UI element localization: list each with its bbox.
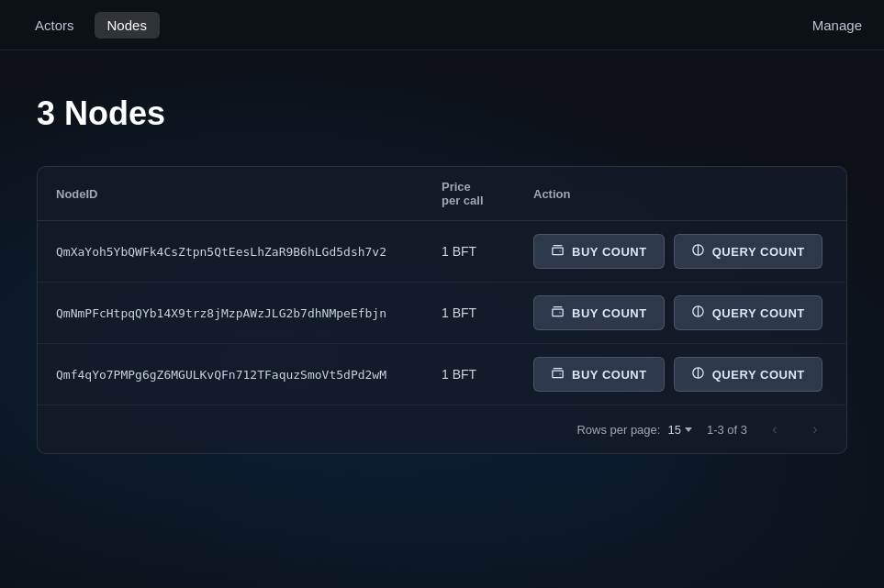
query-count-label: QUERY COUNT xyxy=(712,245,805,259)
cell-action: BUY COUNT QUERY COUNT xyxy=(515,283,846,344)
rows-per-page-value: 15 xyxy=(667,423,680,437)
rows-per-page-select[interactable]: 15 xyxy=(667,423,691,437)
globe-icon xyxy=(691,305,705,321)
table-row: Qmf4qYo7PMPg6gZ6MGULKvQFn712TFaquzSmoVt5… xyxy=(38,344,846,405)
col-price: Price per call xyxy=(423,167,515,221)
col-nodeid: NodeID xyxy=(38,167,423,221)
rows-per-page-control: Rows per page: 15 xyxy=(576,423,692,437)
globe-icon xyxy=(691,366,705,383)
buy-count-button[interactable]: BUY COUNT xyxy=(533,357,665,392)
nav-manage[interactable]: Manage xyxy=(812,17,862,33)
cell-price: 1 BFT xyxy=(423,344,515,405)
nav-actors[interactable]: Actors xyxy=(22,12,87,39)
table-header-row: NodeID Price per call Action xyxy=(38,167,846,221)
wallet-icon xyxy=(551,366,565,383)
cell-nodeid: Qmf4qYo7PMPg6gZ6MGULKvQFn712TFaquzSmoVt5… xyxy=(38,344,423,405)
cell-nodeid: QmXaYoh5YbQWFk4CsZtpn5QtEesLhZaR9B6hLGd5… xyxy=(38,221,423,283)
query-count-button[interactable]: QUERY COUNT xyxy=(674,234,822,269)
wallet-icon xyxy=(551,243,565,260)
table-row: QmXaYoh5YbQWFk4CsZtpn5QtEesLhZaR9B6hLGd5… xyxy=(38,221,846,283)
query-count-label: QUERY COUNT xyxy=(712,306,805,320)
cell-price: 1 BFT xyxy=(423,221,515,283)
main-content: 3 Nodes NodeID Price per call Action QmX… xyxy=(0,50,884,588)
buy-count-button[interactable]: BUY COUNT xyxy=(533,234,665,269)
query-count-button[interactable]: QUERY COUNT xyxy=(674,295,822,330)
nav-nodes[interactable]: Nodes xyxy=(95,12,160,39)
query-count-label: QUERY COUNT xyxy=(712,368,805,382)
buy-count-label: BUY COUNT xyxy=(572,245,647,259)
buy-count-button[interactable]: BUY COUNT xyxy=(533,295,665,330)
cell-nodeid: QmNmPFcHtpqQYb14X9trz8jMzpAWzJLG2b7dhNMp… xyxy=(38,283,423,344)
nav-left: Actors Nodes xyxy=(22,12,812,39)
buy-count-label: BUY COUNT xyxy=(572,306,647,320)
table-footer: Rows per page: 15 1-3 of 3 ‹ › xyxy=(38,405,846,453)
globe-icon xyxy=(691,243,705,260)
cell-price: 1 BFT xyxy=(423,283,515,344)
pagination-next-button[interactable]: › xyxy=(802,416,828,442)
wallet-icon xyxy=(551,305,565,321)
page-title: 3 Nodes xyxy=(37,94,847,133)
rows-per-page-label: Rows per page: xyxy=(576,423,660,437)
cell-action: BUY COUNT QUERY COUNT xyxy=(515,221,846,283)
nodes-table-container: NodeID Price per call Action QmXaYoh5YbQ… xyxy=(37,166,847,454)
pagination-info: 1-3 of 3 xyxy=(707,423,747,437)
cell-action: BUY COUNT QUERY COUNT xyxy=(515,344,846,405)
nodes-table: NodeID Price per call Action QmXaYoh5YbQ… xyxy=(38,167,846,405)
query-count-button[interactable]: QUERY COUNT xyxy=(674,357,822,392)
chevron-down-icon xyxy=(685,427,692,432)
table-row: QmNmPFcHtpqQYb14X9trz8jMzpAWzJLG2b7dhNMp… xyxy=(38,283,846,344)
col-action: Action xyxy=(515,167,846,221)
nav: Actors Nodes Manage xyxy=(0,0,884,50)
page-wrapper: Actors Nodes Manage 3 Nodes NodeID Price… xyxy=(0,0,884,588)
pagination-prev-button[interactable]: ‹ xyxy=(762,416,788,442)
buy-count-label: BUY COUNT xyxy=(572,368,647,382)
